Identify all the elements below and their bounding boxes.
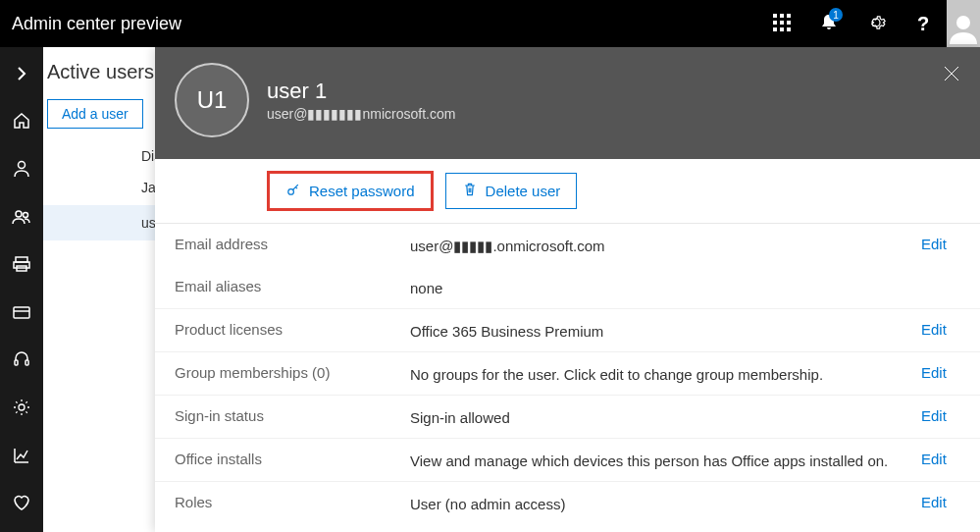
help-button[interactable]: ?: [900, 0, 947, 47]
close-icon: [943, 70, 960, 85]
key-icon: [285, 182, 301, 200]
flyout-actions: Reset password Delete user: [155, 159, 980, 224]
detail-row-licenses: Product licenses Office 365 Business Pre…: [155, 308, 980, 351]
flyout-user-email: user@▮▮▮▮▮▮▮nmicrosoft.com: [267, 106, 455, 122]
detail-value: none: [410, 276, 921, 298]
svg-point-23: [288, 189, 294, 195]
people-icon: [12, 207, 31, 230]
add-user-label: Add a user: [62, 106, 129, 122]
trash-icon: [462, 182, 478, 200]
user-flyout-panel: U1 user 1 user@▮▮▮▮▮▮▮nmicrosoft.com Res…: [155, 47, 980, 532]
account-button[interactable]: [947, 0, 980, 47]
settings-button[interactable]: [852, 0, 900, 47]
avatar-icon: [947, 11, 980, 47]
delete-user-label: Delete user: [486, 183, 561, 199]
detail-value: No groups for the user. Click edit to ch…: [410, 362, 921, 385]
reset-password-label: Reset password: [309, 183, 415, 199]
edit-link[interactable]: Edit: [921, 234, 960, 252]
app-title: Admin center preview: [12, 14, 758, 34]
svg-rect-0: [773, 14, 777, 18]
nav-resources[interactable]: [0, 245, 43, 286]
nav-reports[interactable]: [0, 437, 43, 477]
detail-value: user@▮▮▮▮▮.onmicrosoft.com: [410, 234, 921, 256]
home-icon: [12, 111, 31, 133]
detail-label: Roles: [175, 492, 410, 510]
app-launcher-icon: [772, 13, 792, 35]
notification-badge: 1: [829, 8, 843, 22]
nav-users[interactable]: [0, 150, 43, 190]
detail-row-office-installs: Office installs View and manage which de…: [155, 438, 980, 481]
person-icon: [12, 159, 31, 182]
nav-health[interactable]: [0, 484, 43, 524]
delete-user-button[interactable]: Delete user: [445, 173, 578, 209]
gear-icon: [866, 13, 886, 35]
svg-point-10: [19, 161, 26, 168]
svg-rect-18: [15, 360, 18, 365]
svg-rect-4: [780, 21, 784, 25]
health-icon: [12, 493, 31, 515]
svg-rect-6: [773, 27, 777, 31]
svg-point-9: [956, 16, 970, 29]
detail-label: Group memberships (0): [175, 362, 410, 381]
detail-value: Office 365 Business Premium: [410, 319, 921, 342]
edit-spacer: [921, 276, 960, 278]
headset-icon: [12, 349, 31, 372]
svg-rect-3: [773, 21, 777, 25]
svg-point-12: [24, 212, 28, 217]
svg-rect-1: [780, 14, 784, 18]
help-icon: ?: [917, 13, 929, 35]
detail-value: View and manage which devices this perso…: [410, 449, 921, 471]
svg-rect-5: [787, 21, 791, 25]
detail-row-aliases: Email aliases none: [155, 266, 980, 308]
notifications-button[interactable]: 1: [805, 0, 852, 47]
detail-row-signin: Sign-in status Sign-in allowed Edit: [155, 395, 980, 438]
svg-rect-7: [780, 27, 784, 31]
nav-groups[interactable]: [0, 198, 43, 239]
reset-password-button[interactable]: Reset password: [269, 173, 432, 209]
edit-link[interactable]: Edit: [921, 449, 960, 467]
nav-billing[interactable]: [0, 293, 43, 334]
app-launcher-button[interactable]: [758, 0, 805, 47]
add-user-button[interactable]: Add a user: [47, 99, 143, 129]
nav-expand-button[interactable]: [0, 55, 43, 95]
detail-label: Email aliases: [175, 276, 410, 294]
detail-value: Sign-in allowed: [410, 405, 921, 428]
left-nav: [0, 47, 43, 532]
edit-link[interactable]: Edit: [921, 405, 960, 424]
user-initials-avatar: U1: [175, 63, 249, 137]
detail-label: Office installs: [175, 449, 410, 467]
detail-row-roles: Roles User (no admin access) Edit: [155, 481, 980, 524]
flyout-user-name: user 1: [267, 79, 455, 104]
svg-point-20: [19, 404, 25, 410]
edit-link[interactable]: Edit: [921, 362, 960, 381]
detail-row-groups: Group memberships (0) No groups for the …: [155, 351, 980, 395]
detail-label: Sign-in status: [175, 405, 410, 424]
detail-row-email: Email address user@▮▮▮▮▮.onmicrosoft.com…: [155, 224, 980, 266]
top-bar: Admin center preview 1 ?: [0, 0, 980, 47]
edit-link[interactable]: Edit: [921, 492, 960, 510]
svg-rect-2: [787, 14, 791, 18]
card-icon: [12, 302, 31, 325]
user-detail-list: Email address user@▮▮▮▮▮.onmicrosoft.com…: [155, 224, 980, 532]
svg-rect-8: [787, 27, 791, 31]
user-initials: U1: [197, 86, 228, 114]
detail-label: Email address: [175, 234, 410, 252]
printer-icon: [12, 254, 31, 277]
nav-support[interactable]: [0, 342, 43, 382]
svg-rect-19: [26, 360, 28, 365]
svg-point-11: [16, 211, 22, 217]
detail-value: User (no admin access): [410, 492, 921, 514]
chart-icon: [12, 446, 31, 468]
flyout-header: U1 user 1 user@▮▮▮▮▮▮▮nmicrosoft.com: [155, 47, 980, 159]
close-flyout-button[interactable]: [943, 65, 960, 85]
detail-label: Product licenses: [175, 319, 410, 338]
svg-rect-16: [14, 307, 29, 318]
gear-icon: [12, 398, 31, 420]
chevron-right-icon: [12, 64, 31, 86]
nav-settings[interactable]: [0, 389, 43, 429]
edit-link[interactable]: Edit: [921, 319, 960, 338]
nav-home[interactable]: [0, 103, 43, 143]
